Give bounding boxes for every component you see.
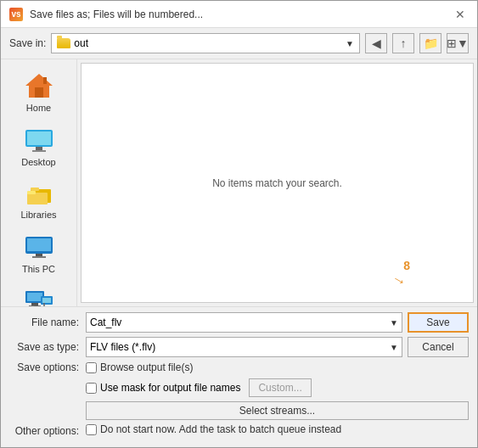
save-button[interactable]: Save: [408, 312, 469, 333]
title-bar: vs Save files as; Files will be numbered…: [1, 1, 477, 28]
save-dialog: vs Save files as; Files will be numbered…: [0, 0, 478, 448]
svg-rect-20: [42, 298, 51, 303]
use-mask-checkbox[interactable]: [86, 383, 97, 394]
new-folder-button[interactable]: 📁: [419, 33, 441, 53]
save-as-type-row: Save as type: FLV files (*.flv) ▼ Cancel: [9, 337, 469, 357]
type-combo-arrow: ▼: [390, 343, 398, 352]
svg-rect-16: [27, 293, 42, 301]
svg-rect-13: [36, 254, 42, 256]
file-name-combo[interactable]: Cat_flv ▼: [86, 312, 402, 333]
svg-rect-1: [35, 87, 43, 98]
up-button[interactable]: ↑: [392, 33, 414, 53]
combo-arrow-icon: ▼: [346, 39, 354, 48]
home-icon: [24, 72, 54, 99]
filename-combo-arrow: ▼: [390, 318, 398, 328]
svg-rect-12: [27, 238, 51, 251]
title-bar-left: vs Save files as; Files will be numbered…: [9, 8, 203, 21]
content-area: Home Desktop: [1, 59, 477, 306]
svg-rect-14: [32, 256, 46, 258]
folder-icon: [57, 38, 70, 48]
sidebar: Home Desktop: [1, 59, 77, 306]
use-mask-row: Use mask for output file names Custom...: [86, 378, 469, 397]
save-in-combo[interactable]: out ▼: [51, 33, 360, 53]
app-icon: vs: [9, 8, 23, 21]
svg-rect-4: [27, 132, 51, 145]
svg-rect-10: [27, 191, 36, 194]
current-folder: out: [74, 37, 88, 49]
back-button[interactable]: ◀: [365, 33, 387, 53]
sidebar-item-desktop[interactable]: Desktop: [1, 122, 76, 173]
save-options-label: Save options:: [9, 361, 86, 373]
use-mask-label: Use mask for output file names: [100, 382, 240, 394]
sidebar-home-label: Home: [26, 103, 51, 113]
browse-output-checkbox[interactable]: [86, 362, 97, 373]
browse-output-row: Browse output file(s): [86, 361, 469, 373]
svg-rect-2: [43, 77, 47, 84]
browse-output-label: Browse output file(s): [100, 361, 193, 373]
file-name-row: File name: Cat_flv ▼ Save: [9, 312, 469, 333]
do-not-start-checkbox[interactable]: [86, 424, 97, 435]
desktop-icon: [24, 128, 54, 154]
sidebar-item-network[interactable]: Network: [1, 283, 76, 306]
libraries-icon: [24, 182, 54, 206]
other-options-row: Other options: Do not start now. Add the…: [9, 423, 469, 438]
custom-button[interactable]: Custom...: [249, 378, 311, 397]
view-button[interactable]: ⊞▼: [447, 33, 469, 53]
svg-rect-8: [31, 188, 39, 191]
cancel-button[interactable]: Cancel: [408, 337, 469, 357]
file-name-label: File name:: [9, 316, 86, 328]
save-as-type-value: FLV files (*.flv): [90, 341, 155, 353]
svg-rect-6: [32, 150, 46, 152]
this-pc-icon: [24, 235, 54, 260]
save-as-type-combo[interactable]: FLV files (*.flv) ▼: [86, 337, 402, 357]
sidebar-this-pc-label: This PC: [22, 264, 55, 274]
sidebar-libraries-label: Libraries: [20, 210, 56, 220]
file-list[interactable]: No items match your search.: [81, 63, 474, 303]
svg-rect-5: [36, 147, 42, 150]
sidebar-item-this-pc[interactable]: This PC: [1, 229, 76, 280]
empty-message: No items match your search.: [212, 177, 342, 189]
file-name-value: Cat_flv: [90, 316, 121, 328]
save-options-row: Save options: Browse output file(s) Use …: [9, 361, 469, 420]
sidebar-item-home[interactable]: Home: [1, 66, 76, 119]
toolbar: Save in: out ▼ ◀ ↑ 📁 ⊞▼: [1, 28, 477, 59]
save-as-type-label: Save as type:: [9, 341, 86, 353]
other-options-label: Other options:: [9, 425, 86, 437]
sidebar-desktop-label: Desktop: [21, 157, 55, 167]
bottom-form: File name: Cat_flv ▼ Save Save as type: …: [1, 306, 477, 447]
close-button[interactable]: ✕: [452, 6, 469, 23]
do-not-start-row: Do not start now. Add the task to batch …: [86, 423, 341, 435]
sidebar-item-libraries[interactable]: Libraries: [1, 176, 76, 226]
do-not-start-label: Do not start now. Add the task to batch …: [100, 423, 341, 435]
save-in-label: Save in:: [9, 37, 46, 49]
select-streams-button[interactable]: Select streams...: [86, 401, 469, 420]
dialog-title: Save files as; Files will be numbered...: [30, 8, 203, 20]
network-icon: [24, 289, 54, 306]
svg-rect-9: [27, 193, 48, 204]
